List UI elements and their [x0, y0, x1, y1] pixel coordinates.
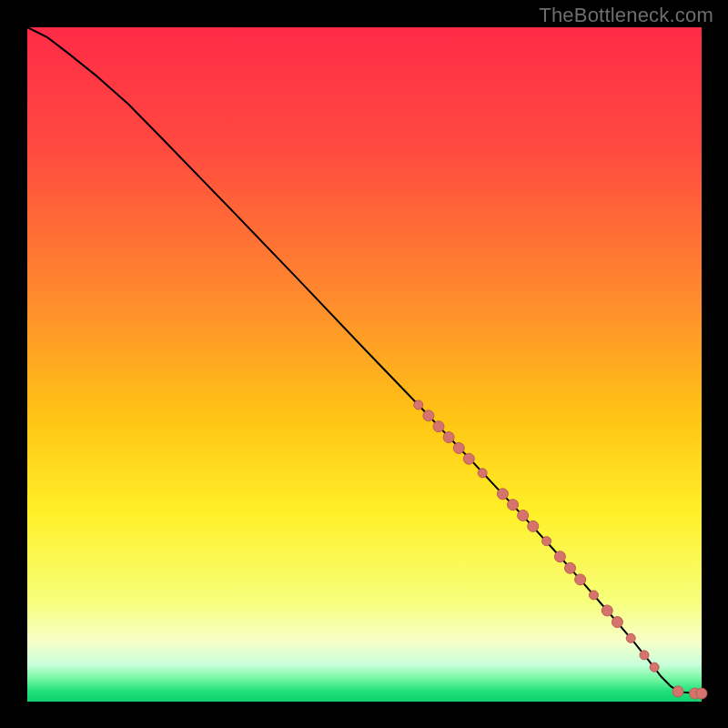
data-marker — [423, 410, 434, 421]
chart-frame: TheBottleneck.com — [0, 0, 728, 728]
data-marker — [433, 421, 444, 432]
data-marker — [478, 469, 487, 478]
data-marker — [453, 442, 464, 453]
data-marker — [508, 500, 519, 511]
data-marker — [463, 453, 474, 464]
data-marker — [602, 605, 612, 616]
data-marker — [443, 432, 454, 443]
data-marker — [626, 633, 635, 642]
attribution-text: TheBottleneck.com — [539, 4, 713, 27]
data-marker — [640, 651, 649, 660]
data-marker — [565, 562, 576, 573]
data-marker — [542, 537, 551, 546]
data-marker — [528, 521, 539, 531]
data-marker — [554, 551, 565, 562]
data-marker — [518, 510, 529, 521]
bottleneck-chart — [0, 0, 728, 728]
data-marker — [650, 662, 659, 672]
plot-background — [27, 27, 702, 702]
data-marker — [696, 688, 707, 699]
data-marker — [497, 489, 508, 500]
data-marker — [612, 617, 622, 628]
data-marker — [575, 574, 586, 585]
data-marker — [672, 686, 683, 697]
data-marker — [414, 400, 423, 410]
data-marker — [589, 591, 598, 600]
